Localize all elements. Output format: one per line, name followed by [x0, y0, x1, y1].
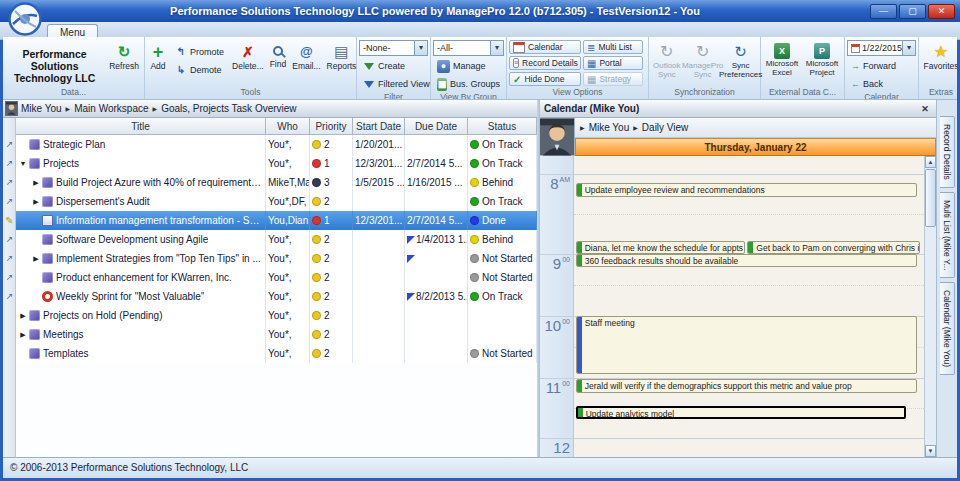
link-arrow-icon[interactable]: ↗ [4, 291, 15, 302]
hide-done-toggle-button[interactable]: ✓ Hide Done [509, 72, 581, 86]
expand-arrow-icon[interactable]: ▶ [31, 255, 41, 263]
reports-button[interactable]: ▤ Reports [325, 40, 359, 74]
calendar-event[interactable]: Staff meeting [576, 316, 917, 374]
scroll-thumb[interactable] [925, 169, 936, 227]
column-header[interactable]: Title [16, 118, 266, 135]
filtered-view-button[interactable]: Filtered View [359, 76, 428, 92]
minimize-button[interactable]: — [870, 4, 897, 19]
edit-pencil-icon[interactable]: ✎ [4, 215, 15, 226]
toolbar-group-view-options: Calendar ≡ Record Details ✓ Hide Done ≣ … [507, 37, 649, 99]
side-tab[interactable]: Calendar (Mike You) [940, 282, 955, 375]
managepro-sync-button[interactable]: ↻ ManagePro Sync [685, 40, 721, 82]
column-header[interactable]: Who [266, 118, 310, 135]
bus-groups-button[interactable]: ▦ Bus. Groups [433, 76, 504, 92]
due-cell [405, 192, 468, 211]
filter-select[interactable]: -None- ▾ [359, 40, 428, 56]
goal-item-icon [29, 348, 40, 359]
favorites-button[interactable]: ★ Favorites [921, 40, 957, 74]
event-title: Diana, let me know the schedule for appt… [585, 242, 744, 253]
expand-arrow-icon[interactable]: ▶ [18, 312, 28, 320]
calendar-scrollbar[interactable]: ▲ ▼ [924, 156, 936, 457]
table-row[interactable]: ▶Projects on Hold (Pending)You*,2 [16, 306, 537, 325]
calendar-event[interactable]: 360 feedback results should be available [576, 254, 917, 267]
row-status: Behind [482, 177, 513, 188]
table-row[interactable]: ▶Build Project Azure with 40% of require… [16, 173, 537, 192]
link-arrow-icon[interactable]: ↗ [4, 253, 15, 264]
scroll-up-icon[interactable]: ▲ [925, 156, 936, 168]
event-color-bar [578, 408, 583, 417]
link-arrow-icon[interactable]: ↗ [4, 139, 15, 150]
table-row[interactable]: Strategic PlanYou*,21/20/201...On Track [16, 135, 537, 154]
multi-list-toggle-button[interactable]: ≣ Multi List [583, 40, 643, 54]
calendar-event[interactable]: Diana, let me know the schedule for appt… [576, 241, 745, 254]
link-arrow-icon[interactable]: ↗ [4, 272, 15, 283]
breadcrumb-item[interactable]: Mike You [589, 122, 630, 133]
outlook-sync-button[interactable]: ↻ Outlook Sync [651, 40, 683, 82]
breadcrumb-item[interactable]: Mike You [21, 103, 62, 114]
forward-button[interactable]: → Forward [847, 58, 916, 74]
column-header[interactable]: Due Date [405, 118, 468, 135]
breadcrumb-item[interactable]: Daily View [642, 122, 689, 133]
table-row[interactable]: ▼ProjectsYou*,112/3/201...2/7/2014 5...O… [16, 154, 537, 173]
table-row[interactable]: TemplatesYou*,2Not Started [16, 344, 537, 363]
demote-button[interactable]: ↳ Demote [171, 62, 228, 78]
scroll-down-icon[interactable]: ▼ [925, 445, 936, 457]
promote-button[interactable]: ↰ Promote [171, 44, 228, 60]
calendar-event[interactable]: Update employee review and recommendatio… [576, 183, 917, 197]
priority-cell: 2 [310, 230, 353, 249]
strategy-icon: ▦ [587, 74, 596, 85]
sync-preferences-button[interactable]: ↻ Sync Preferences [723, 40, 759, 82]
group-select[interactable]: -All- ▾ [433, 40, 504, 56]
column-header[interactable]: Priority [310, 118, 353, 135]
email-button[interactable]: @ Email... [290, 40, 322, 74]
microsoft-excel-button[interactable]: X Microsoft Excel [763, 40, 801, 80]
calendar-event[interactable]: Get back to Pam on converging with Chris… [747, 241, 920, 254]
app-logo-icon[interactable] [8, 2, 42, 36]
table-row[interactable]: Information management transformation - … [16, 211, 537, 230]
breadcrumb-item[interactable]: Goals, Projects Task Overview [161, 103, 296, 114]
microsoft-project-button[interactable]: P Microsoft Project [803, 40, 841, 80]
table-row[interactable]: ▶Dispersement's AuditYou*,DF,2On Track [16, 192, 537, 211]
table-row[interactable]: Weekly Sprint for "Most Valuable"You*,28… [16, 287, 537, 306]
calendar-date-select[interactable]: 1/22/2015 ▾ [847, 40, 916, 56]
hour-label: 900 [553, 256, 570, 271]
column-header[interactable]: Status [468, 118, 537, 135]
table-row[interactable]: Software Development using AgileYou*,21/… [16, 230, 537, 249]
table-row[interactable]: Product enhancement for KWarren, Inc.You… [16, 268, 537, 287]
calendar-event[interactable]: Update analytics model [576, 406, 907, 419]
title-cell: ▼Projects [16, 154, 266, 173]
expand-arrow-icon[interactable]: ▶ [31, 198, 41, 206]
manage-button[interactable]: ● Manage [433, 58, 504, 74]
dropdown-arrow-icon: ▾ [902, 41, 915, 55]
table-row[interactable]: ▶Implement Strategies from "Top Ten Tips… [16, 249, 537, 268]
link-arrow-icon[interactable]: ↗ [4, 234, 15, 245]
refresh-button[interactable]: ↻ Refresh [106, 40, 142, 74]
row-title: Product enhancement for KWarren, Inc. [56, 272, 232, 283]
column-header[interactable]: Start Date [353, 118, 405, 135]
record-details-toggle-button[interactable]: ≡ Record Details [509, 56, 581, 70]
calendar-event[interactable]: Jerald will verify if the demographics s… [576, 379, 917, 393]
delete-button[interactable]: ✗ Delete... [230, 40, 266, 74]
panel-close-icon[interactable]: ✕ [918, 102, 932, 115]
due-cell [405, 249, 468, 268]
expand-arrow-icon[interactable]: ▶ [31, 179, 41, 187]
expand-arrow-icon[interactable]: ▶ [18, 331, 28, 339]
side-tab[interactable]: Record Details [940, 116, 955, 188]
find-button[interactable]: Find [268, 40, 289, 72]
calendar-toggle-button[interactable]: Calendar [509, 40, 581, 54]
breadcrumb-item[interactable]: Main Workspace [74, 103, 148, 114]
side-tab[interactable]: Multi List (Mike Y... [940, 192, 955, 279]
close-button[interactable]: ✕ [928, 4, 955, 19]
create-filter-button[interactable]: Create [359, 58, 428, 74]
add-button[interactable]: + Add [147, 40, 169, 74]
link-arrow-icon[interactable]: ↗ [4, 177, 15, 188]
expand-arrow-icon[interactable]: ▼ [18, 160, 28, 167]
portal-toggle-button[interactable]: ▦ Portal [583, 56, 643, 70]
table-row[interactable]: ▶MeetingsYou*,2 [16, 325, 537, 344]
link-arrow-icon[interactable]: ↗ [4, 196, 15, 207]
link-arrow-icon[interactable]: ↗ [4, 158, 15, 169]
strategy-toggle-button[interactable]: ▦ Strategy [583, 72, 643, 86]
status-dot-icon [470, 292, 479, 301]
back-button[interactable]: ← Back [847, 76, 916, 92]
maximize-button[interactable]: ▢ [899, 4, 926, 19]
